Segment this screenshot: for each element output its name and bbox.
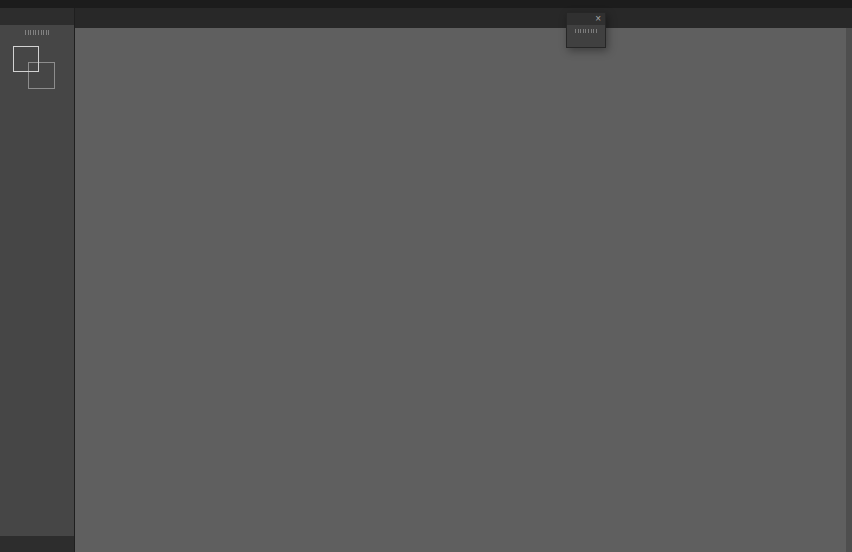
- foreground-color-swatch[interactable]: [13, 46, 39, 72]
- grass-brush-stroke: [176, 104, 846, 552]
- swap-colors-icon[interactable]: [43, 44, 57, 58]
- tools-panel-body: [0, 25, 74, 536]
- pasteboard-edge: [846, 28, 852, 552]
- document-tabbar: [74, 8, 852, 28]
- canvas-area: [74, 28, 852, 552]
- tools-panel: [0, 8, 75, 552]
- panel-grip[interactable]: [575, 29, 597, 33]
- window-top-strip: [0, 0, 852, 8]
- brush-panels-dock: ×: [566, 12, 606, 48]
- close-icon[interactable]: ×: [595, 15, 601, 23]
- photoshop-window: ×: [0, 0, 852, 552]
- default-colors-icon[interactable]: [4, 77, 18, 91]
- brush-panels-dock-header: ×: [567, 13, 605, 25]
- tools-panel-grip[interactable]: [25, 30, 49, 35]
- tools-grid: [0, 38, 74, 42]
- tools-panel-header: [0, 8, 74, 25]
- color-swatches: [0, 44, 74, 101]
- document-canvas[interactable]: [176, 104, 846, 552]
- brush-panels-dock-body: [567, 25, 605, 47]
